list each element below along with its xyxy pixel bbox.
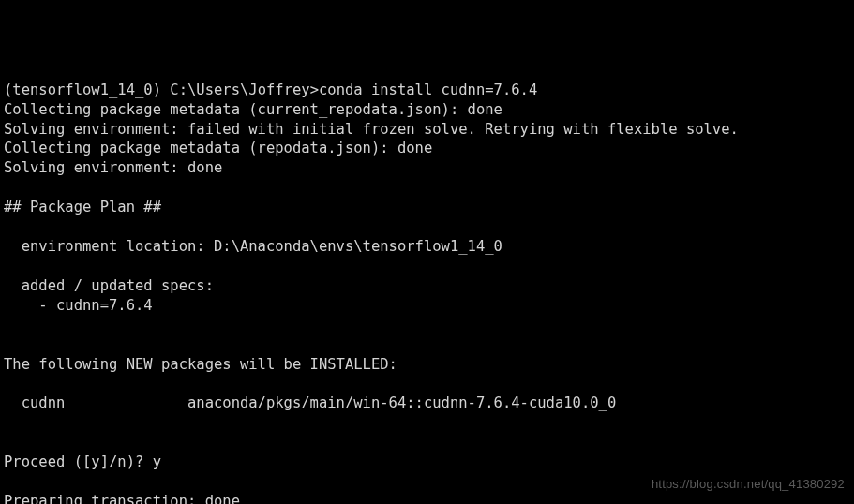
blank-line (4, 335, 850, 355)
prompt-path: C:\Users\Joffrey> (170, 82, 319, 98)
blank-line (4, 316, 850, 335)
env-location: environment location: D:\Anaconda\envs\t… (4, 237, 850, 257)
blank-line (4, 413, 850, 433)
plan-header: ## Package Plan ## (4, 198, 850, 217)
output-line: Solving environment: done (4, 158, 850, 178)
output-line: Collecting package metadata (repodata.js… (4, 139, 850, 158)
entered-command: conda install cudnn=7.6.4 (319, 82, 537, 98)
terminal-output[interactable]: (tensorflow1_14_0) C:\Users\Joffrey>cond… (4, 81, 850, 504)
blank-line (4, 178, 850, 198)
output-line: Solving environment: failed with initial… (4, 120, 850, 140)
blank-line (4, 433, 850, 452)
watermark-text: https://blog.csdn.net/qq_41380292 (652, 476, 845, 493)
new-packages-header: The following NEW packages will be INSTA… (4, 355, 850, 375)
package-line: cudnn anaconda/pkgs/main/win-64::cudnn-7… (4, 393, 850, 413)
blank-line (4, 257, 850, 276)
specs-header: added / updated specs: (4, 276, 850, 296)
blank-line (4, 375, 850, 394)
preparing-line: Preparing transaction: done (4, 492, 850, 504)
blank-line (4, 217, 850, 237)
output-line: Collecting package metadata (current_rep… (4, 100, 850, 120)
proceed-line: Proceed ([y]/n)? y (4, 452, 850, 472)
proceed-answer: y (153, 453, 161, 470)
command-line: (tensorflow1_14_0) C:\Users\Joffrey>cond… (4, 81, 850, 100)
proceed-prompt: Proceed ([y]/n)? (4, 453, 153, 470)
prompt-env: (tensorflow1_14_0) (4, 82, 161, 98)
specs-item: - cudnn=7.6.4 (4, 296, 850, 316)
